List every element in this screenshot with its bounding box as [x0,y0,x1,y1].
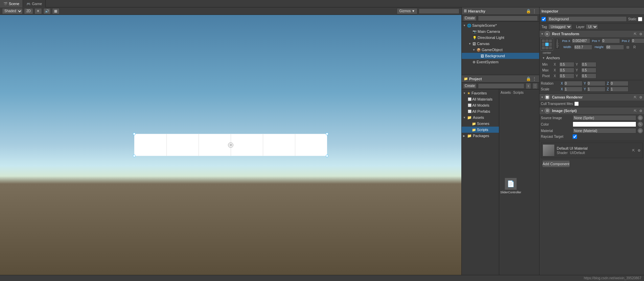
posy-input[interactable] [601,38,620,43]
hierarchy-search[interactable] [478,16,538,21]
scale-x-input[interactable] [564,87,582,92]
project-search[interactable] [478,83,524,89]
rot-z-input[interactable] [610,81,628,86]
tree-item-background[interactable]: 🖼 Background [462,53,539,59]
slider-center-handle[interactable]: ⚙ [228,142,233,148]
color-picker[interactable] [573,122,636,127]
rt-cell-bl[interactable] [542,46,545,49]
rt-anchor-visual[interactable] [541,38,553,50]
static-checkbox[interactable] [638,17,642,21]
min-y-axis: Y [576,63,580,66]
posz-input[interactable] [631,38,644,43]
is-menu-btn[interactable]: ⚙ [638,108,643,113]
cull-checkbox[interactable] [574,102,579,106]
min-x-input[interactable] [559,62,574,67]
tree-scripts[interactable]: 📁 Scripts [462,127,499,133]
rt-constrain-btn[interactable]: ⊟ [625,44,631,50]
rect-transform-header[interactable]: ▼ ⊞ Rect Transform ⇱ ⚙ [539,30,644,37]
tree-assets[interactable]: ▼ 📁 Scenes Assets [462,114,499,121]
tree-scene-root[interactable]: ▼ 🌐 SampleScene* [462,22,539,28]
posx-input[interactable] [572,38,590,43]
max-x-input[interactable] [559,68,574,73]
tag-select[interactable]: Untagged [548,24,572,29]
tree-all-models[interactable]: ⬜ All Models [462,102,499,108]
height-input[interactable] [605,45,624,50]
scale-y-input[interactable] [587,87,605,92]
raycast-checkbox[interactable] [573,134,577,139]
cr-menu-btn[interactable]: ⚙ [638,95,643,100]
tree-item-canvas[interactable]: ▼ 🖼 Canvas [462,41,539,47]
rt-expand-btn[interactable]: ⇱ [633,31,638,36]
cr-expand-btn[interactable]: ⇱ [633,95,638,100]
file-slider-controller[interactable]: 📄 SliderController [501,178,521,194]
gizmos-button[interactable]: Gizmos ▼ [397,8,417,14]
shading-mode-select[interactable]: Shaded [2,8,23,14]
scale-z-input[interactable] [610,87,628,92]
object-active-checkbox[interactable] [542,17,546,21]
eventsystem-icon: ⚙ [473,60,476,64]
rt-r-btn[interactable]: R [631,44,638,50]
min-y-input[interactable] [581,62,596,67]
max-y-input[interactable] [581,68,596,73]
hierarchy-create-btn[interactable]: Create [463,16,477,21]
mat-expand-btn[interactable]: ⇱ [631,148,636,153]
tag-layer-row: Tag Untagged Layer UI [539,23,644,30]
tab-scene[interactable]: 🎬 Scene [0,0,23,7]
tab-game[interactable]: 🎮 Game [23,0,46,7]
project-lock-btn[interactable]: 🔒 [526,76,531,82]
scene-search-input[interactable] [419,8,459,14]
layer-select[interactable]: UI [586,24,598,29]
selection-handle-bl[interactable] [133,155,136,157]
hierarchy-menu-btn[interactable]: ⋮ [532,8,537,14]
mat-menu-btn[interactable]: ⚙ [637,148,641,153]
tree-item-eventsystem[interactable]: ⚙ EventSystem [462,59,539,65]
rt-cell-br[interactable] [549,46,552,49]
canvas-renderer-header[interactable]: ▼ ⬜ Canvas Renderer ⇱ ⚙ [539,94,644,101]
tree-favorites[interactable]: ▼ ★ Favorites [462,90,499,96]
image-script-header[interactable]: ▼ 🖼 Image (Script) ⇱ ⚙ [539,107,644,114]
source-image-picker[interactable]: ◎ [638,115,643,121]
rt-cell-tc[interactable] [545,39,548,42]
lighting-toggle[interactable]: ☀ [34,8,42,14]
rt-cell-ml[interactable] [542,43,545,46]
tree-packages[interactable]: ▶ 📁 Packages [462,133,499,139]
rot-x-input[interactable] [564,81,582,86]
tree-item-main-camera[interactable]: 📷 Main Camera [462,28,539,35]
material-picker[interactable]: ◎ [638,128,643,133]
fx-toggle[interactable]: ▦ [52,8,60,14]
project-create-btn[interactable]: Create [463,83,477,89]
tree-all-prefabs[interactable]: ⬜ All Prefabs [462,108,499,114]
project-sort-btn[interactable]: ↕ [526,83,531,89]
rt-cell-mr[interactable] [549,43,552,46]
tab-scene-label: Scene [9,2,19,6]
rt-cell-tl[interactable] [542,39,545,42]
selection-handle-tr[interactable] [326,133,328,135]
tree-all-materials[interactable]: ⬜ All Materials [462,96,499,102]
add-component-button[interactable]: Add Component [542,160,570,168]
2d-mode-button[interactable]: 2D [24,8,33,14]
tree-scenes[interactable]: 📁 Scenes [462,121,499,127]
width-input[interactable] [574,45,592,50]
hierarchy-lock-btn[interactable]: 🔒 [526,8,531,14]
color-eyedropper[interactable]: ✎ [638,122,643,127]
rt-cell-bc[interactable] [545,46,548,49]
project-view-btn[interactable]: ⋮ [532,83,538,89]
object-name-input[interactable] [547,16,627,22]
pivot-y-input[interactable] [581,73,596,79]
selection-handle-tl[interactable] [133,133,136,135]
selection-handle-br[interactable] [326,155,328,157]
tree-item-gameobject[interactable]: ▼ 📦 GameObject [462,47,539,53]
rot-y-input[interactable] [587,81,605,86]
rt-menu-btn[interactable]: ⚙ [638,31,643,36]
pivot-x-input[interactable] [559,73,574,79]
is-expand-btn[interactable]: ⇱ [633,108,638,113]
project-menu-btn[interactable]: ⋮ [532,76,537,82]
directional-light-label: Directional Light [478,36,504,40]
anchors-header[interactable]: ▼ Anchors [541,55,643,61]
tree-item-directional-light[interactable]: 💡 Directional Light [462,35,539,41]
rt-cell-tr[interactable] [549,39,552,42]
audio-toggle[interactable]: 🔊 [43,8,51,14]
middle-tag[interactable]: middle [555,38,560,49]
rt-cell-mc[interactable] [545,43,548,46]
inspector-title: Inspector [542,9,558,13]
